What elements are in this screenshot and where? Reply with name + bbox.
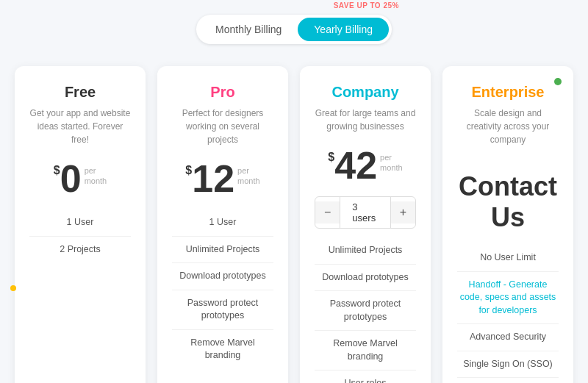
- yearly-billing-button[interactable]: Yearly Billing: [298, 18, 389, 41]
- yellow-dot: [10, 285, 16, 291]
- increase-users-button[interactable]: +: [391, 201, 415, 223]
- price-dollar-free: $: [54, 164, 60, 177]
- price-amount-pro: 12: [192, 160, 234, 198]
- feature-item: Remove Marvel branding: [315, 331, 416, 371]
- billing-toggle: SAVE UP TO 25% Monthly Billing Yearly Bi…: [196, 15, 392, 44]
- feature-item: No User Limit: [457, 245, 559, 272]
- feature-item: Password protect prototypes: [172, 290, 273, 330]
- price-block-free: $ 0 permonth: [54, 160, 107, 198]
- contact-us-heading: Contact Us: [457, 171, 559, 233]
- price-amount-company: 42: [334, 146, 377, 185]
- plan-card-pro: ProPerfect for designers working on seve…: [157, 66, 288, 383]
- plan-name-free: Free: [65, 84, 96, 101]
- price-period-pro: permonth: [237, 165, 260, 187]
- price-dollar-company: $: [328, 151, 334, 164]
- feature-item: Advanced Security: [457, 324, 559, 351]
- feature-item: Download prototypes: [315, 265, 416, 292]
- feature-item: Handoff - Generate code, specs and asset…: [457, 272, 559, 325]
- plan-desc-pro: Perfect for designers working on several…: [172, 107, 273, 146]
- feature-item: Unlimited Projects: [315, 237, 416, 265]
- plan-name-company: Company: [331, 84, 398, 101]
- features-list-enterprise: No User LimitHandoff - Generate code, sp…: [457, 245, 559, 383]
- plan-desc-free: Get your app and website ideas started. …: [29, 107, 131, 146]
- plan-card-enterprise: EnterpriseScale design and creativity ac…: [442, 66, 573, 383]
- monthly-billing-button[interactable]: Monthly Billing: [199, 18, 298, 41]
- plan-card-company: CompanyGreat for large teams and growing…: [300, 66, 431, 383]
- users-count: 3 users: [340, 197, 390, 228]
- feature-item: Single Sign On (SSO): [457, 351, 559, 379]
- feature-item: Password protect prototypes: [315, 291, 416, 331]
- price-dollar-pro: $: [185, 164, 192, 177]
- feature-item: 1 User: [29, 210, 131, 237]
- price-amount-free: 0: [60, 160, 82, 198]
- features-list-company: Unlimited ProjectsDownload prototypesPas…: [315, 237, 416, 383]
- plan-name-enterprise: Enterprise: [472, 84, 545, 101]
- save-badge: SAVE UP TO 25%: [334, 1, 399, 10]
- price-block-pro: $ 12 permonth: [185, 160, 259, 198]
- plan-desc-enterprise: Scale design and creativity across your …: [457, 107, 559, 146]
- price-block-company: $ 42 permonth: [328, 146, 402, 185]
- feature-item: User roles: [315, 371, 416, 383]
- users-control: − 3 users +: [315, 196, 416, 229]
- plan-desc-company: Great for large teams and growing busine…: [315, 107, 416, 133]
- feature-item: Dedicated Customer Experience Manager: [457, 378, 559, 383]
- price-period-company: permonth: [380, 152, 403, 173]
- green-dot: [554, 78, 562, 85]
- feature-item: 2 Projects: [29, 237, 131, 263]
- decrease-users-button[interactable]: −: [315, 201, 340, 223]
- plans-container: FreeGet your app and website ideas start…: [15, 66, 573, 383]
- feature-item: 1 User: [172, 210, 273, 237]
- plan-card-free: FreeGet your app and website ideas start…: [15, 66, 146, 383]
- features-list-pro: 1 UserUnlimited ProjectsDownload prototy…: [172, 210, 273, 383]
- plan-name-pro: Pro: [210, 84, 234, 101]
- feature-item: Download prototypes: [172, 263, 273, 290]
- feature-item: Unlimited Projects: [172, 237, 273, 264]
- features-list-free: 1 User2 Projects: [29, 210, 131, 383]
- price-period-free: permonth: [85, 165, 107, 187]
- feature-item: Remove Marvel branding: [172, 330, 273, 369]
